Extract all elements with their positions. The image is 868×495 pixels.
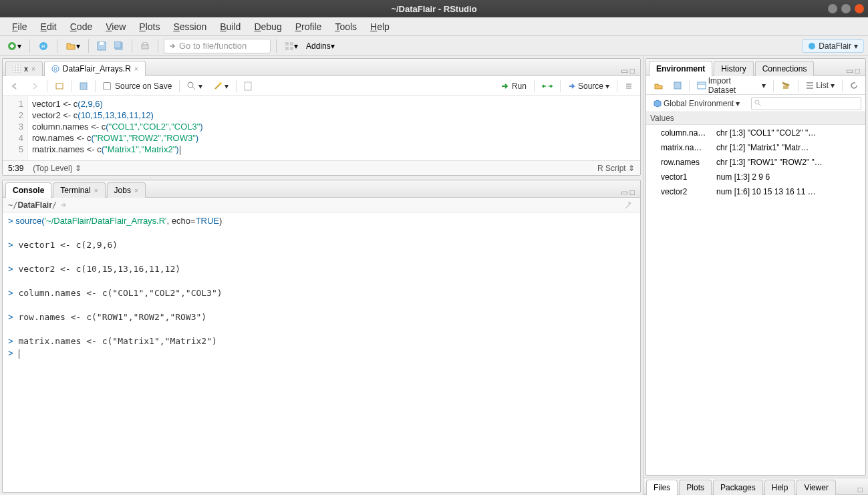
rerun-icon[interactable] xyxy=(539,81,556,92)
env-row[interactable]: vector2num [1:6] 10 15 13 16 11 … xyxy=(647,185,864,198)
print-icon[interactable] xyxy=(138,40,152,52)
maximize-pane-icon[interactable]: □ xyxy=(630,188,635,197)
search-icon xyxy=(754,100,762,107)
minimize-icon[interactable] xyxy=(828,4,837,13)
menu-profile[interactable]: Profile xyxy=(289,19,329,34)
open-file-icon[interactable]: ▾ xyxy=(63,39,83,53)
console-output[interactable]: > source('~/DataFlair/DataFlair_Arrays.R… xyxy=(3,212,640,492)
tab-jobs[interactable]: Jobs × xyxy=(107,182,146,198)
close-icon[interactable]: × xyxy=(31,65,35,73)
scope-dropdown[interactable]: Global Environment ▾ xyxy=(650,98,743,110)
svg-rect-21 xyxy=(245,82,251,90)
env-row[interactable]: vector1num [1:3] 2 9 6 xyxy=(647,170,864,184)
cube-icon xyxy=(654,100,662,108)
svg-point-25 xyxy=(755,100,759,104)
list-view-dropdown[interactable]: List ▾ xyxy=(803,79,838,92)
titlebar[interactable]: ~/DataFlair - RStudio xyxy=(0,0,868,17)
tab-help[interactable]: Help xyxy=(764,480,796,495)
maximize-icon[interactable] xyxy=(841,4,851,13)
console-working-dir: ~/DataFlair/ xyxy=(3,198,640,212)
save-icon[interactable] xyxy=(76,81,91,92)
file-type-indicator[interactable]: R Script ⇕ xyxy=(597,164,635,173)
svg-rect-12 xyxy=(290,47,293,50)
load-workspace-icon[interactable] xyxy=(650,80,666,91)
tab-plots[interactable]: Plots xyxy=(679,480,712,495)
tab-rscript[interactable]: R DataFlair_Arrays.R × xyxy=(44,61,146,76)
menu-tools[interactable]: Tools xyxy=(328,19,364,34)
refresh-icon[interactable] xyxy=(847,80,861,91)
arrow-icon xyxy=(168,42,176,50)
save-all-icon[interactable] xyxy=(112,40,126,52)
environment-pane: Environment History Connections ▭□ Impor… xyxy=(645,58,866,476)
menu-code[interactable]: Code xyxy=(63,19,99,34)
source-on-save-checkbox[interactable]: Source on Save xyxy=(100,80,175,92)
addins-dropdown[interactable]: Addins ▾ xyxy=(303,40,337,52)
env-row[interactable]: row.nameschr [1:3] "ROW1" "ROW2" "… xyxy=(647,156,864,169)
menu-help[interactable]: Help xyxy=(364,19,396,34)
lower-right-tabstrip: Files Plots Packages Help Viewer □ xyxy=(643,478,868,495)
close-icon[interactable] xyxy=(855,4,864,13)
show-in-new-window-icon[interactable] xyxy=(51,81,67,92)
tab-files[interactable]: Files xyxy=(646,480,678,495)
maximize-pane-icon[interactable]: □ xyxy=(630,66,635,75)
env-row[interactable]: column.na…chr [1:3] "COL1" "COL2" "… xyxy=(647,126,864,140)
menu-debug[interactable]: Debug xyxy=(247,19,288,34)
svg-rect-10 xyxy=(290,42,293,45)
save-workspace-icon[interactable] xyxy=(670,80,685,91)
tab-console[interactable]: Console xyxy=(5,182,51,198)
close-icon[interactable]: × xyxy=(134,187,138,194)
compile-report-icon[interactable] xyxy=(241,80,255,92)
minimize-pane-icon[interactable]: ▭ xyxy=(846,66,853,75)
menu-session[interactable]: Session xyxy=(166,19,213,34)
project-dropdown[interactable]: DataFlair ▾ xyxy=(802,39,864,53)
save-icon[interactable] xyxy=(94,40,109,52)
goto-file-input[interactable]: Go to file/function xyxy=(164,39,271,53)
maximize-pane-icon[interactable]: □ xyxy=(858,485,863,494)
menu-plots[interactable]: Plots xyxy=(132,19,166,34)
tab-data-x[interactable]: x × xyxy=(5,61,43,76)
svg-rect-23 xyxy=(698,82,706,89)
tab-environment[interactable]: Environment xyxy=(649,61,712,76)
menu-edit[interactable]: Edit xyxy=(34,19,63,34)
minimize-pane-icon[interactable]: ▭ xyxy=(621,188,628,197)
close-icon[interactable]: × xyxy=(94,187,98,194)
menu-build[interactable]: Build xyxy=(213,19,247,34)
show-document-outline-icon[interactable] xyxy=(621,81,636,92)
grid-icon[interactable]: ▾ xyxy=(282,40,301,52)
svg-rect-11 xyxy=(285,47,289,50)
arrow-icon[interactable] xyxy=(59,202,67,208)
svg-rect-9 xyxy=(285,42,289,45)
gutter: 1 2 3 4 5 xyxy=(3,96,28,160)
wand-icon[interactable]: ▾ xyxy=(210,80,232,92)
menu-view[interactable]: View xyxy=(99,19,132,34)
console-pane: Console Terminal × Jobs × ▭□ ~/DataFlair… xyxy=(2,180,641,493)
tab-packages[interactable]: Packages xyxy=(713,480,763,495)
env-search-input[interactable] xyxy=(751,97,861,110)
menu-file[interactable]: File xyxy=(5,19,34,34)
find-icon[interactable]: ▾ xyxy=(184,80,206,92)
back-icon[interactable] xyxy=(7,81,23,92)
source-button[interactable]: Source ▾ xyxy=(565,80,613,92)
clear-objects-icon[interactable] xyxy=(778,80,794,91)
env-toolbar: Import Dataset ▾ List ▾ xyxy=(646,76,865,95)
scope-indicator[interactable]: (Top Level) ⇕ xyxy=(33,164,82,173)
import-dataset-dropdown[interactable]: Import Dataset ▾ xyxy=(694,75,769,96)
code-editor[interactable]: 1 2 3 4 5 vector1 <- c(2,9,6) vector2 <-… xyxy=(3,96,640,160)
source-toolbar: Source on Save ▾ ▾ Run Source ▾ xyxy=(3,76,640,96)
new-file-icon[interactable]: ▾ xyxy=(4,39,24,53)
svg-rect-6 xyxy=(114,41,121,48)
maximize-pane-icon[interactable]: □ xyxy=(855,66,860,75)
tab-terminal[interactable]: Terminal × xyxy=(53,182,105,198)
close-icon[interactable]: × xyxy=(134,65,138,73)
console-tabstrip: Console Terminal × Jobs × ▭□ xyxy=(3,180,640,198)
run-button[interactable]: Run xyxy=(497,80,530,92)
tab-connections[interactable]: Connections xyxy=(755,61,815,76)
new-project-icon[interactable]: R xyxy=(35,39,51,53)
env-row[interactable]: matrix.na…chr [1:2] "Matrix1" "Matr… xyxy=(647,141,864,154)
tab-history[interactable]: History xyxy=(714,61,753,76)
minimize-pane-icon[interactable]: ▭ xyxy=(621,66,628,75)
clear-console-icon[interactable] xyxy=(624,200,635,210)
tab-viewer[interactable]: Viewer xyxy=(797,480,835,495)
svg-point-19 xyxy=(188,82,193,88)
forward-icon[interactable] xyxy=(27,81,43,92)
